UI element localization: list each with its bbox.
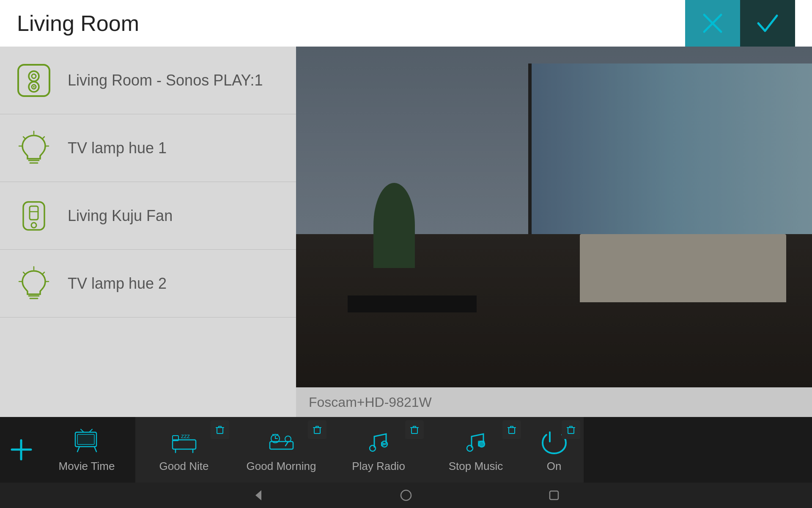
camera-feed	[296, 47, 812, 387]
back-icon	[251, 489, 265, 502]
home-icon	[399, 489, 413, 502]
scene-on[interactable]: On	[524, 417, 584, 483]
page-title: Living Room	[17, 11, 685, 36]
scene-movie-time[interactable]: Movie Time	[38, 417, 135, 483]
plus-icon	[10, 438, 33, 461]
delete-badge[interactable]	[502, 420, 521, 439]
svg-point-70	[467, 445, 473, 451]
fan-icon	[13, 195, 55, 237]
trash-icon	[565, 424, 576, 435]
camera-label: Foscam+HD-9821W	[296, 387, 812, 417]
svg-rect-16	[30, 206, 38, 220]
music-stop-icon	[461, 427, 491, 456]
svg-rect-34	[217, 428, 223, 433]
svg-line-30	[94, 447, 96, 452]
svg-rect-72	[478, 441, 485, 447]
close-icon	[700, 11, 725, 36]
trash-icon	[409, 424, 420, 435]
bottom-bar: Movie Time zzz	[0, 417, 812, 483]
svg-line-22	[23, 272, 25, 274]
scene-label: Movie Time	[59, 460, 115, 473]
svg-text:zzz: zzz	[181, 433, 190, 439]
trash-icon	[506, 424, 517, 435]
trash-icon	[312, 424, 323, 435]
svg-point-79	[401, 490, 411, 500]
speaker-icon	[13, 59, 55, 102]
device-name: Living Room - Sonos PLAY:1	[68, 72, 263, 89]
scene-label: Good Nite	[159, 460, 208, 473]
bed-icon: zzz	[169, 427, 199, 456]
music-play-icon	[364, 427, 393, 456]
svg-rect-65	[509, 428, 515, 433]
svg-line-12	[42, 137, 44, 139]
svg-point-7	[33, 86, 35, 88]
device-name: TV lamp hue 2	[68, 275, 167, 293]
cancel-button[interactable]	[685, 0, 740, 47]
scene-label: On	[547, 460, 562, 473]
bulb-icon	[13, 127, 55, 169]
delete-badge[interactable]	[211, 420, 229, 439]
device-list: Living Room - Sonos PLAY:1 TV lamp hue 1	[0, 47, 296, 417]
svg-point-17	[31, 223, 36, 228]
delete-badge[interactable]	[405, 420, 424, 439]
confirm-button[interactable]	[740, 0, 795, 47]
tv-icon	[72, 427, 102, 456]
svg-line-23	[42, 272, 44, 274]
morning-icon	[266, 427, 296, 456]
svg-point-4	[32, 74, 36, 78]
svg-marker-78	[255, 490, 261, 500]
scene-good-nite[interactable]: zzz Good Nite	[135, 417, 233, 483]
svg-rect-73	[568, 428, 574, 433]
svg-rect-33	[77, 434, 94, 444]
svg-rect-57	[411, 428, 417, 433]
device-name: Living Kuju Fan	[68, 207, 173, 225]
device-item[interactable]: TV lamp hue 2	[0, 250, 296, 318]
home-button[interactable]	[395, 485, 417, 506]
device-item[interactable]: Living Kuju Fan	[0, 182, 296, 250]
svg-rect-39	[173, 440, 196, 449]
delete-badge[interactable]	[562, 420, 580, 439]
delete-badge[interactable]	[308, 420, 326, 439]
svg-point-3	[29, 71, 39, 81]
check-icon	[755, 11, 780, 36]
trash-icon	[214, 424, 225, 435]
device-item[interactable]: Living Room - Sonos PLAY:1	[0, 47, 296, 114]
svg-line-29	[77, 447, 80, 452]
add-scene-button[interactable]	[4, 417, 38, 483]
header: Living Room	[0, 0, 812, 47]
bulb2-icon	[13, 262, 55, 305]
svg-rect-44	[314, 428, 320, 433]
scene-stop-music[interactable]: Stop Music	[427, 417, 524, 483]
camera-panel: Foscam+HD-9821W	[296, 47, 812, 417]
header-actions	[685, 0, 795, 47]
recents-icon	[547, 489, 561, 502]
scene-label: Stop Music	[449, 460, 503, 473]
device-item[interactable]: TV lamp hue 1	[0, 114, 296, 182]
scene-play-radio[interactable]: Play Radio	[330, 417, 427, 483]
scene-label: Good Morning	[247, 460, 316, 473]
navigation-bar	[0, 483, 812, 508]
main-content: Living Room - Sonos PLAY:1 TV lamp hue 1	[0, 47, 812, 417]
recents-button[interactable]	[543, 485, 565, 506]
scene-label: Play Radio	[352, 460, 405, 473]
svg-line-11	[23, 137, 25, 139]
back-button[interactable]	[247, 485, 269, 506]
device-name: TV lamp hue 1	[68, 139, 167, 157]
svg-line-51	[285, 442, 288, 446]
svg-rect-80	[550, 491, 558, 500]
scene-good-morning[interactable]: Good Morning	[233, 417, 330, 483]
svg-point-62	[370, 445, 376, 451]
